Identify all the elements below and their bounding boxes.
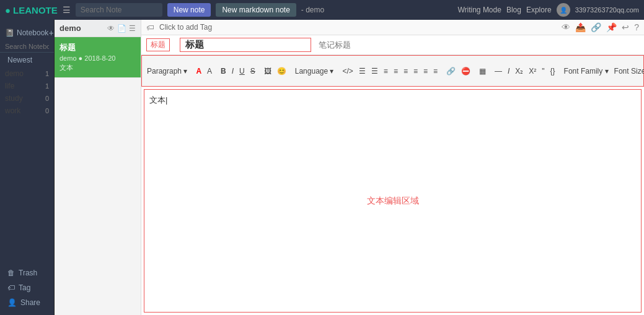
text-content[interactable]: 文本|	[144, 90, 641, 111]
sidebar-item-trash[interactable]: 🗑 Trash	[0, 265, 54, 280]
export-icon[interactable]: 📤	[575, 22, 586, 32]
paragraph-dropdown[interactable]: Paragraph ▾	[144, 66, 190, 77]
note-list-title: demo	[60, 24, 81, 33]
image-btn[interactable]: 🖼	[262, 66, 274, 77]
note-title-placeholder-input[interactable]	[319, 40, 639, 50]
unlink-btn[interactable]: ⛔	[459, 66, 473, 77]
logo-icon: ●	[5, 5, 11, 15]
font-size-dropdown[interactable]: Font Sizes ▾	[612, 66, 644, 77]
indent-more-btn[interactable]: ≡	[421, 66, 430, 77]
align-right-btn[interactable]: ≡	[401, 66, 410, 77]
text-value: 文本	[149, 95, 165, 105]
trash-label: Trash	[19, 269, 37, 277]
notebook-label: 📓 Notebook	[5, 28, 48, 37]
new-note-button[interactable]: New note	[167, 3, 211, 17]
logo-text: LEANOTE	[13, 5, 58, 15]
topbar-actions: Writing Mode Blog Explore 👤 33973263720q…	[457, 3, 639, 17]
note-list-header: demo 👁 📄 ☰	[55, 20, 141, 37]
search-notebook-input[interactable]	[0, 41, 54, 53]
note-list-icon-3[interactable]: ☰	[129, 24, 136, 33]
font-size-down-btn[interactable]: A	[205, 66, 214, 77]
language-dropdown[interactable]: Language ▾	[293, 66, 337, 77]
eye-icon[interactable]: 👁	[562, 22, 570, 32]
link-btn[interactable]: 🔗	[444, 66, 458, 77]
pin-icon[interactable]: 📌	[606, 22, 617, 32]
bold-btn[interactable]: B	[218, 66, 229, 77]
blog-link[interactable]: Blog	[506, 6, 521, 14]
note-list-icons: 👁 📄 ☰	[107, 24, 136, 33]
sidebar-item-newest[interactable]: Newest	[0, 53, 54, 67]
help-icon[interactable]: ?	[634, 22, 639, 32]
align-left-btn[interactable]: ≡	[381, 66, 390, 77]
add-notebook-button[interactable]: +	[48, 28, 53, 38]
demo-label: - demo	[301, 6, 324, 14]
align-center-btn[interactable]: ≡	[391, 66, 400, 77]
list-ul-btn[interactable]: ☰	[356, 66, 368, 77]
sidebar: 📓 Notebook + Newest demo 1 life 1 study …	[0, 20, 55, 315]
list-ol-btn[interactable]: ☰	[369, 66, 381, 77]
note-list-icon-2[interactable]: 📄	[117, 24, 126, 33]
code-block-btn[interactable]: {}	[548, 66, 558, 77]
notebook-work-name: work	[5, 106, 45, 115]
font-color-btn[interactable]: A	[193, 66, 204, 77]
tag-icon2: 🏷	[7, 283, 15, 292]
code-inline-btn[interactable]: </>	[340, 66, 356, 77]
note-item-meta: demo ● 2018-8-20	[60, 54, 136, 62]
undo-icon[interactable]: ↩	[622, 22, 629, 32]
newest-label: Newest	[7, 56, 32, 64]
new-markdown-button[interactable]: New markdown note	[216, 3, 296, 17]
sidebar-item-share[interactable]: 👤 Share	[0, 295, 54, 310]
italic2-btn[interactable]: I	[505, 66, 512, 77]
search-input[interactable]	[76, 3, 162, 17]
editor-tagbar: 🏷 Click to add Tag 👁 📤 🔗 📌 ↩ ?	[141, 20, 644, 35]
notebook-life-count: 1	[45, 82, 49, 90]
editor-toolbar: Paragraph ▾ A A B I U S 🖼 😊 Language ▾ <…	[141, 55, 644, 87]
note-item-active[interactable]: 标题 demo ● 2018-8-20 文本	[55, 37, 141, 78]
notebook-work-count: 0	[45, 107, 49, 114]
tag-box[interactable]: 标题	[146, 38, 170, 51]
note-list-icon-1[interactable]: 👁	[107, 24, 115, 33]
subscript-btn[interactable]: X₂	[513, 66, 526, 77]
underline-btn[interactable]: U	[237, 66, 247, 77]
click-to-add-tag[interactable]: Click to add Tag	[159, 23, 212, 32]
tag-icon: 🏷	[146, 23, 154, 32]
notebook-study-name: study	[5, 94, 45, 103]
align-justify-btn[interactable]: ≡	[411, 66, 420, 77]
share-icon2[interactable]: 🔗	[591, 22, 601, 32]
notebook-demo-name: demo	[5, 69, 45, 78]
writing-mode-link[interactable]: Writing Mode	[457, 6, 501, 14]
editor-placeholder: 文本编辑区域	[367, 196, 419, 207]
main-area: 📓 Notebook + Newest demo 1 life 1 study …	[0, 20, 644, 315]
editor-area: 🏷 Click to add Tag 👁 📤 🔗 📌 ↩ ? 标题 Paragr…	[141, 20, 644, 315]
font-family-dropdown[interactable]: Font Family ▾	[562, 66, 611, 77]
note-item-title: 标题	[60, 42, 136, 53]
sidebar-item-demo[interactable]: demo 1	[0, 67, 54, 80]
sidebar-bottom: 🗑 Trash 🏷 Tag 👤 Share	[0, 265, 54, 310]
notebook-study-count: 0	[45, 95, 49, 102]
title-bar: 标题	[141, 35, 644, 55]
hr-btn[interactable]: —	[492, 66, 505, 77]
emoji-btn[interactable]: 😊	[275, 66, 289, 77]
logo: ● LEANOTE	[5, 5, 58, 15]
sidebar-item-life[interactable]: life 1	[0, 80, 54, 92]
editor-topbar-actions: 👁 📤 🔗 📌 ↩ ?	[562, 22, 639, 32]
strikethrough-btn[interactable]: S	[248, 66, 258, 77]
note-title-input[interactable]	[180, 38, 311, 52]
avatar[interactable]: 👤	[557, 3, 570, 17]
indent-less-btn[interactable]: ≡	[431, 66, 440, 77]
italic-btn[interactable]: I	[229, 66, 236, 77]
hamburger-icon[interactable]: ☰	[63, 5, 71, 15]
explore-link[interactable]: Explore	[526, 6, 552, 14]
sidebar-item-work[interactable]: work 0	[0, 105, 54, 117]
notebook-demo-count: 1	[45, 70, 49, 77]
superscript-btn[interactable]: X²	[526, 66, 539, 77]
sidebar-item-tag[interactable]: 🏷 Tag	[0, 280, 54, 295]
trash-icon: 🗑	[7, 269, 15, 277]
share-label: Share	[20, 298, 40, 307]
notebook-life-name: life	[5, 82, 45, 90]
editor-content[interactable]: 文本| 文本编辑区域	[144, 89, 642, 313]
note-list: demo 👁 📄 ☰ 标题 demo ● 2018-8-20 文本	[55, 20, 141, 315]
sidebar-item-study[interactable]: study 0	[0, 92, 54, 105]
quote-btn[interactable]: "	[539, 66, 547, 77]
table-btn[interactable]: ▦	[477, 66, 488, 77]
